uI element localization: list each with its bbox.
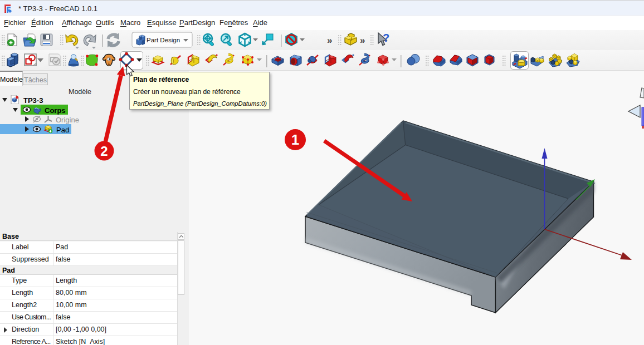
svg-text:1: 1 [291, 131, 299, 148]
svg-text:2: 2 [100, 144, 108, 159]
